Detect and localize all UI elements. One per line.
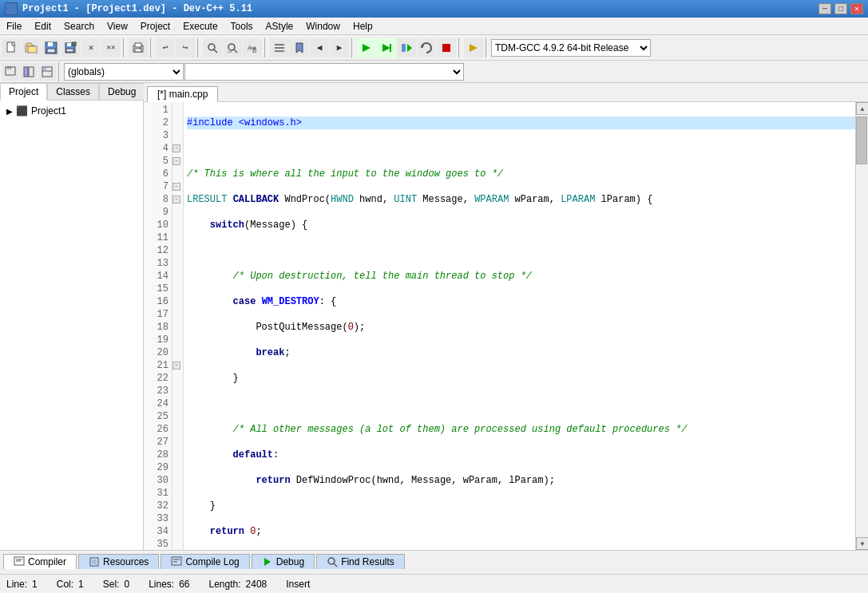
project-icon: ⬛ [16, 105, 28, 117]
line-value: 1 [32, 579, 38, 590]
tab-classes[interactable]: Classes [47, 83, 99, 100]
svg-rect-2 [28, 46, 37, 53]
tree-root[interactable]: ▶ ⬛ Project1 [3, 104, 140, 118]
menu-view[interactable]: View [101, 18, 134, 34]
new-project-button[interactable] [2, 63, 19, 81]
menu-window[interactable]: Window [299, 18, 347, 34]
toggle-panel-button[interactable] [20, 63, 38, 81]
fold-btn-21[interactable]: - [172, 362, 180, 370]
scroll-up-button[interactable]: ▲ [856, 102, 868, 115]
status-mode: Insert [286, 579, 310, 590]
bottom-tab-compile-log-label: Compile Log [185, 556, 239, 567]
menu-search[interactable]: Search [57, 18, 101, 34]
svg-rect-0 [7, 42, 14, 52]
titlebar: Project1 - [Project1.dev] - Dev-C++ 5.11… [0, 0, 868, 18]
bottom-tab-resources-label: Resources [103, 556, 149, 567]
globals-dropdown[interactable]: (globals) [64, 63, 184, 81]
menubar: File Edit Search View Project Execute To… [0, 18, 868, 35]
title-text: Project1 - [Project1.dev] - Dev-C++ 5.11 [22, 3, 252, 14]
menu-help[interactable]: Help [347, 18, 379, 34]
debug-panel-button[interactable] [38, 63, 56, 81]
status-col: Col: 1 [57, 579, 84, 590]
toolbar-sep3 [197, 38, 200, 57]
second-dropdown[interactable] [184, 63, 464, 81]
svg-line-17 [234, 49, 237, 53]
print-button[interactable] [129, 38, 148, 57]
debug-button[interactable] [464, 38, 483, 57]
svg-rect-8 [66, 49, 73, 52]
scroll-down-button[interactable]: ▼ [856, 537, 868, 550]
svg-rect-32 [442, 44, 450, 52]
svg-rect-5 [47, 49, 55, 53]
close-file-button[interactable]: ✕ [81, 38, 101, 57]
toolbar1: ✕ ✕✕ ↩ ↪ AB ◀ ▶ [0, 35, 868, 61]
status-sel: Sel: 0 [103, 579, 129, 590]
bookmark-toggle[interactable] [290, 38, 309, 57]
minimize-button[interactable]: ─ [818, 3, 831, 14]
svg-rect-47 [172, 557, 181, 565]
svg-point-13 [140, 47, 141, 49]
compile-button[interactable] [357, 38, 376, 57]
find-button[interactable] [203, 38, 222, 57]
compiler-select[interactable]: TDM-GCC 4.9.2 64-bit Release [491, 39, 651, 57]
bookmark-next[interactable]: ▶ [330, 38, 349, 57]
status-lines: Lines: 66 [149, 579, 189, 590]
menu-astyle[interactable]: AStyle [260, 18, 300, 34]
bottom-tab-resources[interactable]: Resources [78, 554, 159, 569]
resources-icon [89, 556, 100, 567]
compile-run-button[interactable] [397, 38, 416, 57]
fold-btn-8[interactable]: - [172, 196, 180, 204]
fold-btn-7[interactable]: - [172, 183, 180, 191]
rebuild-button[interactable] [417, 38, 436, 57]
code-editor[interactable]: #include <windows.h> /* This is where al… [184, 102, 868, 550]
svg-point-51 [328, 558, 335, 564]
statusbar: Line: 1 Col: 1 Sel: 0 Lines: 66 Length: … [0, 574, 868, 593]
bottom-tabs: Compiler Resources Compile Log Debug Fin… [0, 550, 868, 574]
lines-label: Lines: [149, 579, 174, 590]
open-button[interactable] [22, 38, 41, 57]
find-in-files-button[interactable] [223, 38, 242, 57]
tab-project[interactable]: Project [0, 83, 47, 101]
svg-rect-38 [29, 67, 34, 77]
undo-button[interactable]: ↩ [156, 38, 175, 57]
menu-project[interactable]: Project [134, 18, 176, 34]
menu-tools[interactable]: Tools [224, 18, 260, 34]
scroll-track[interactable] [856, 115, 868, 537]
svg-marker-30 [407, 44, 412, 52]
tab-debug[interactable]: Debug [99, 83, 145, 100]
run-button[interactable] [377, 38, 396, 57]
vertical-scrollbar[interactable]: ▲ ▼ [855, 102, 868, 550]
menu-file[interactable]: File [0, 18, 28, 34]
status-length: Length: 2408 [209, 579, 268, 590]
bottom-tab-compiler[interactable]: Compiler [3, 554, 77, 569]
svg-line-52 [334, 563, 337, 567]
fold-btn-4[interactable]: - [172, 144, 180, 152]
bookmark-prev[interactable]: ◀ [310, 38, 329, 57]
close-all-button[interactable]: ✕✕ [101, 38, 121, 57]
redo-button[interactable]: ↪ [176, 38, 195, 57]
menu-execute[interactable]: Execute [176, 18, 224, 34]
fold-btn-5[interactable]: - [172, 157, 180, 165]
bottom-tab-find-results-label: Find Results [341, 556, 394, 567]
replace-button[interactable]: AB [243, 38, 262, 57]
bottom-tab-debug[interactable]: Debug [252, 554, 315, 569]
stop-button[interactable] [437, 38, 456, 57]
code-wrapper: 1234567891011121314151617181920212223242… [144, 102, 868, 550]
svg-rect-4 [48, 42, 53, 46]
length-value: 2408 [246, 579, 268, 590]
bottom-tab-find-results[interactable]: Find Results [316, 554, 405, 569]
svg-point-14 [208, 44, 215, 50]
save-all-button[interactable] [61, 38, 81, 57]
close-button[interactable]: ✕ [850, 3, 863, 14]
scroll-thumb[interactable] [856, 117, 867, 164]
menu-edit[interactable]: Edit [28, 18, 57, 34]
bottom-tab-compile-log[interactable]: Compile Log [161, 554, 249, 569]
goto-button[interactable] [270, 38, 289, 57]
new-button[interactable] [2, 38, 21, 57]
left-panel: Project Classes Debug ▶ ⬛ Project1 [0, 83, 144, 550]
svg-rect-37 [24, 67, 28, 77]
editor-tab-main[interactable]: [*] main.cpp [147, 86, 218, 102]
svg-rect-9 [73, 42, 76, 45]
save-button[interactable] [42, 38, 61, 57]
maximize-button[interactable]: □ [834, 3, 847, 14]
